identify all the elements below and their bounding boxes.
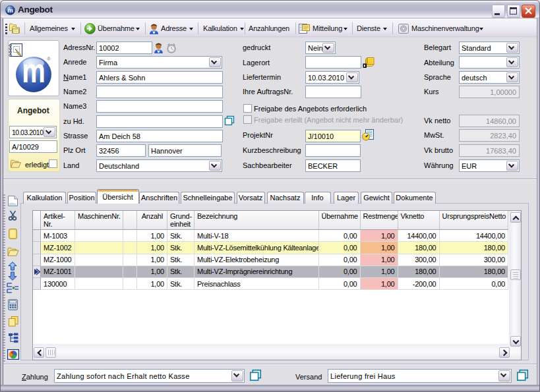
svg-text:®: ® bbox=[47, 56, 51, 62]
svg-text:m: m bbox=[7, 7, 13, 14]
svg-text:m: m bbox=[22, 55, 45, 90]
